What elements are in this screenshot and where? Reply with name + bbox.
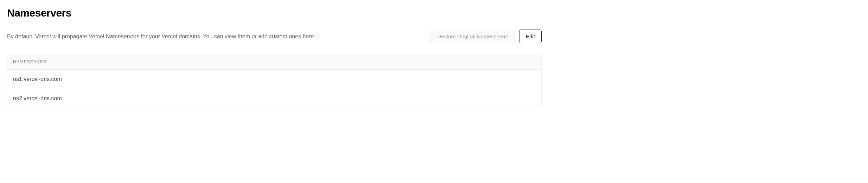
table-row: ns1.vercel-dns.com (7, 70, 541, 89)
table-row: ns2.vercel-dns.com (7, 89, 541, 108)
nameserver-value: ns1.vercel-dns.com (13, 76, 62, 82)
actions-group: Restore Original Nameservers Edit (430, 30, 542, 43)
header-row: By default, Vercel will propagate Vercel… (7, 30, 542, 43)
table-column-header: NAMESERVER (7, 54, 541, 70)
nameserver-value: ns2.vercel-dns.com (13, 95, 62, 101)
restore-nameservers-button[interactable]: Restore Original Nameservers (430, 30, 515, 43)
section-title: Nameservers (7, 7, 542, 19)
nameservers-table: NAMESERVER ns1.vercel-dns.com ns2.vercel… (7, 54, 542, 108)
section-description: By default, Vercel will propagate Vercel… (7, 32, 423, 41)
edit-button[interactable]: Edit (519, 30, 542, 43)
nameservers-section: Nameservers By default, Vercel will prop… (7, 7, 542, 108)
